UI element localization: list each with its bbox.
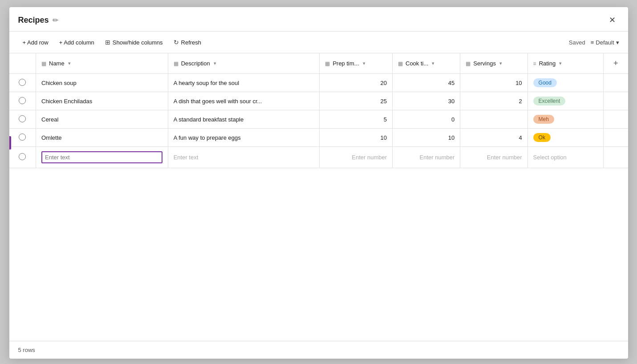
servings-col-label: Servings (473, 60, 496, 67)
row-rating-cell: Excellent (527, 92, 603, 110)
servings-col-icon: ▦ (466, 61, 471, 67)
new-row-servings-cell[interactable]: Enter number (460, 147, 527, 168)
name-sort-icon: ▾ (68, 61, 71, 66)
new-row-desc-cell: Enter text (168, 147, 320, 168)
table-row: Cereal A standard breakfast staple 5 0 M… (9, 110, 628, 129)
row-cook-cell: 10 (393, 129, 460, 147)
prep-col-label: Prep tim... (333, 60, 359, 67)
row-prep-cell: 5 (320, 110, 393, 129)
row-prep-cell: 25 (320, 92, 393, 110)
modal-title: Recipes (18, 16, 49, 25)
new-table-row: Enter text Enter number Enter number Ent… (9, 147, 628, 168)
name-col-icon: ▦ (41, 61, 46, 67)
refresh-icon: ↻ (174, 39, 179, 46)
modal-header: Recipes ✏ ✕ (9, 7, 628, 32)
add-column-plus-button[interactable]: + (609, 57, 623, 70)
row-prep-cell: 20 (320, 74, 393, 92)
row-extra-cell (603, 110, 628, 129)
row-servings-cell (460, 110, 527, 129)
sidebar-accent (9, 136, 11, 150)
close-button[interactable]: ✕ (605, 13, 619, 27)
table-row: Chicken soup A hearty soup for the soul … (9, 74, 628, 92)
col-header-prep-time[interactable]: ▦ Prep tim... ▾ (320, 53, 393, 74)
title-area: Recipes ✏ (18, 16, 58, 25)
col-header-rating[interactable]: ≡ Rating ▾ (527, 53, 603, 74)
rating-col-label: Rating (539, 60, 556, 67)
row-rating-cell: Good (527, 74, 603, 92)
row-radio-3[interactable] (19, 115, 26, 122)
name-col-label: Name (49, 60, 65, 67)
col-header-name[interactable]: ▦ Name ▾ (36, 53, 168, 74)
table-container: ▦ Name ▾ ▦ Description ▾ (9, 53, 628, 341)
row-name-cell: Chicken Enchiladas (36, 92, 168, 110)
table-row: Chicken Enchiladas A dish that goes well… (9, 92, 628, 110)
row-cook-cell: 30 (393, 92, 460, 110)
new-row-prep-cell[interactable]: Enter number (320, 147, 393, 168)
default-label: Default (596, 39, 614, 46)
row-servings-cell: 4 (460, 129, 527, 147)
row-extra-cell (603, 74, 628, 92)
new-row-rating-cell[interactable]: Select option (527, 147, 603, 168)
rating-badge[interactable]: Excellent (533, 97, 566, 105)
refresh-button[interactable]: ↻ Refresh (169, 36, 206, 49)
row-select-cell (9, 74, 36, 92)
desc-sort-icon: ▾ (214, 61, 216, 66)
new-row-extra-cell (603, 147, 628, 168)
servings-sort-icon: ▾ (499, 61, 502, 66)
name-input[interactable] (41, 151, 162, 163)
new-row-name-cell[interactable] (36, 147, 168, 168)
default-view-button[interactable]: ≡ Default ▾ (591, 39, 619, 46)
toolbar-right: Saved ≡ Default ▾ (569, 39, 619, 46)
new-row-select-cell (9, 147, 36, 168)
prep-sort-icon: ▾ (363, 61, 365, 66)
row-cook-cell: 45 (393, 74, 460, 92)
row-desc-cell: A dish that goes well with sour cr... (168, 92, 320, 110)
hamburger-icon: ≡ (591, 39, 594, 46)
prep-col-icon: ▦ (325, 61, 330, 67)
col-header-description[interactable]: ▦ Description ▾ (168, 53, 320, 74)
add-row-button[interactable]: + Add row (18, 36, 53, 49)
row-servings-cell: 2 (460, 92, 527, 110)
cook-sort-icon: ▾ (432, 61, 434, 66)
show-hide-icon: ⊞ (105, 39, 110, 46)
row-select-cell (9, 110, 36, 129)
cook-col-label: Cook ti... (406, 60, 428, 67)
col-header-cook-time[interactable]: ▦ Cook ti... ▾ (393, 53, 460, 74)
row-extra-cell (603, 92, 628, 110)
edit-icon[interactable]: ✏ (53, 16, 58, 24)
row-radio-1[interactable] (19, 79, 26, 86)
new-row-radio[interactable] (19, 153, 26, 160)
rating-badge[interactable]: Ok (533, 133, 551, 142)
rating-sort-icon: ▾ (559, 61, 562, 66)
saved-status: Saved (569, 39, 585, 46)
show-hide-button[interactable]: ⊞ Show/hide columns (101, 36, 167, 49)
cook-col-icon: ▦ (398, 61, 403, 67)
rating-select-placeholder[interactable]: Select option (533, 154, 567, 161)
col-header-add[interactable]: + (603, 53, 628, 74)
row-radio-4[interactable] (19, 133, 26, 141)
refresh-label: Refresh (181, 39, 202, 46)
col-header-servings[interactable]: ▦ Servings ▾ (460, 53, 527, 74)
row-servings-cell: 10 (460, 74, 527, 92)
row-desc-cell: A standard breakfast staple (168, 110, 320, 129)
row-name-cell: Omlette (36, 129, 168, 147)
recipes-modal: Recipes ✏ ✕ + Add row + Add column ⊞ Sho… (9, 7, 628, 359)
new-row-cook-cell[interactable]: Enter number (393, 147, 460, 168)
rating-badge[interactable]: Meh (533, 115, 554, 124)
rating-col-icon: ≡ (533, 61, 536, 67)
chevron-down-icon: ▾ (616, 39, 619, 46)
row-rating-cell: Ok (527, 129, 603, 147)
row-extra-cell (603, 129, 628, 147)
row-desc-cell: A fun way to prepare eggs (168, 129, 320, 147)
rating-badge[interactable]: Good (533, 78, 557, 87)
desc-placeholder[interactable]: Enter text (174, 154, 199, 161)
row-name-cell: Cereal (36, 110, 168, 129)
add-column-button[interactable]: + Add column (55, 36, 99, 49)
row-radio-2[interactable] (19, 97, 26, 104)
add-row-label: + Add row (23, 39, 49, 46)
row-desc-cell: A hearty soup for the soul (168, 74, 320, 92)
checkbox-header (9, 53, 36, 74)
table-header-row: ▦ Name ▾ ▦ Description ▾ (9, 53, 628, 74)
row-name-cell: Chicken soup (36, 74, 168, 92)
add-column-label: + Add column (59, 39, 94, 46)
